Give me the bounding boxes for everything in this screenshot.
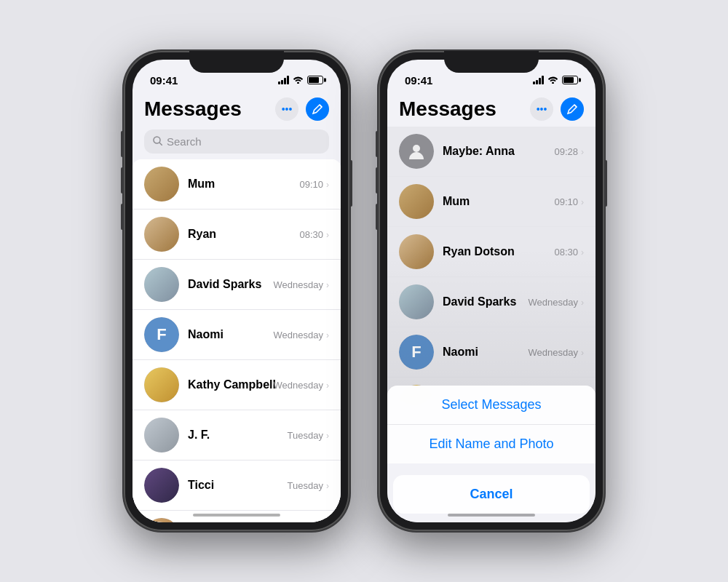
status-time-1: 09:41 [150, 74, 178, 87]
battery-icon-2 [562, 76, 578, 84]
status-time-2: 09:41 [405, 74, 432, 87]
list-item[interactable]: Kathy Campbell Wednesday › [132, 360, 341, 410]
message-meta: Wednesday › [274, 380, 329, 391]
message-time: Tuesday [288, 480, 323, 491]
list-item[interactable]: Ryan 08:30 › [132, 210, 341, 260]
svg-point-2 [413, 145, 420, 152]
status-icons-2 [533, 75, 578, 86]
search-icon-1 [153, 136, 162, 148]
avatar-mum-2 [399, 184, 434, 219]
message-time: 09:10 [554, 196, 578, 207]
phone-2: 09:41 Messages [379, 51, 604, 531]
message-meta: Wednesday › [274, 279, 329, 290]
context-overlay: Select Messages Edit Name and Photo Canc… [387, 386, 596, 522]
list-item[interactable]: Ryan Dotson 08:30 › [387, 227, 596, 277]
app-header-2: Messages ••• [387, 92, 596, 127]
message-time: 09:10 [299, 179, 323, 190]
list-item[interactable]: David Sparks Wednesday › [387, 277, 596, 327]
list-item[interactable]: F Naomi Wednesday › [132, 310, 341, 360]
cancel-button[interactable]: Cancel [393, 475, 590, 514]
context-menu: Select Messages Edit Name and Photo [387, 386, 596, 463]
avatar-jf-1 [144, 418, 179, 453]
message-meta: Wednesday › [529, 347, 584, 358]
message-meta: Tuesday › [288, 430, 329, 441]
more-button-1[interactable]: ••• [275, 97, 298, 121]
message-time: Wednesday [529, 297, 578, 308]
wifi-icon-2 [547, 75, 558, 86]
more-button-2[interactable]: ••• [530, 97, 553, 121]
message-time: 09:28 [554, 146, 578, 157]
list-item[interactable]: Maybe: Anna 09:28 › [387, 127, 596, 177]
app-content-2: Messages ••• [387, 92, 596, 522]
avatar-naomi-1: F [144, 317, 179, 352]
phone2-list-container: Maybe: Anna 09:28 › Mum [387, 127, 596, 522]
avatar-david-2 [399, 284, 434, 319]
search-bar-1[interactable]: Search [144, 129, 329, 154]
svg-point-0 [154, 137, 160, 143]
search-placeholder-1: Search [167, 135, 202, 148]
message-time: Wednesday [274, 380, 323, 391]
app-content-1: Messages ••• Search [132, 92, 341, 522]
avatar-david-1 [144, 267, 179, 302]
avatar-naomi-2: F [399, 335, 434, 370]
message-time: Wednesday [274, 330, 323, 340]
message-meta: 09:10 › [299, 179, 329, 190]
avatar-ryan-1 [144, 217, 179, 252]
chevron-icon: › [581, 247, 584, 257]
chevron-icon: › [581, 347, 584, 357]
chevron-icon: › [326, 229, 329, 239]
chevron-icon: › [326, 330, 329, 340]
message-time: 08:30 [299, 229, 323, 240]
app-header-1: Messages ••• [132, 92, 341, 127]
chevron-icon: › [326, 380, 329, 390]
header-buttons-2: ••• [530, 97, 584, 121]
message-meta: 08:30 › [299, 229, 329, 240]
svg-line-1 [159, 143, 162, 146]
avatar-dad-1 [144, 518, 179, 522]
list-item[interactable]: Mum 09:10 › [132, 159, 341, 210]
chevron-icon: › [326, 279, 329, 290]
message-meta: Tuesday › [288, 480, 329, 491]
compose-button-1[interactable] [306, 97, 329, 121]
home-indicator-1 [193, 514, 280, 517]
messages-list-1: Mum 09:10 › Ryan 08:30 › [132, 159, 341, 522]
message-meta: 08:30 › [554, 247, 584, 258]
chevron-icon: › [326, 430, 329, 440]
list-item[interactable]: David Sparks Wednesday › [132, 260, 341, 310]
avatar-ticci-1 [144, 468, 179, 503]
notch-1 [189, 51, 284, 73]
notch-2 [444, 51, 539, 73]
chevron-icon: › [581, 146, 584, 156]
avatar-anna-2 [399, 134, 434, 169]
message-time: Wednesday [274, 279, 323, 290]
screen-1: 09:41 Messages [132, 60, 341, 522]
status-icons-1 [278, 75, 323, 86]
chevron-icon: › [581, 196, 584, 207]
message-time: Tuesday [288, 430, 323, 441]
list-item[interactable]: Ticci Tuesday › [132, 461, 341, 511]
app-title-1: Messages [144, 97, 242, 121]
chevron-icon: › [326, 480, 329, 490]
screen-2: 09:41 Messages [387, 60, 596, 522]
header-buttons-1: ••• [275, 97, 329, 121]
signal-icon-2 [533, 76, 544, 84]
signal-icon-1 [278, 76, 289, 84]
message-meta: 09:10 › [554, 196, 584, 207]
avatar-mum-1 [144, 167, 179, 202]
avatar-ryan-2 [399, 234, 434, 269]
select-messages-button[interactable]: Select Messages [387, 386, 596, 425]
edit-name-photo-button[interactable]: Edit Name and Photo [387, 425, 596, 463]
chevron-icon: › [326, 179, 329, 189]
message-meta: Wednesday › [529, 297, 584, 308]
list-item[interactable]: F Naomi Wednesday › [387, 327, 596, 378]
battery-icon-1 [307, 76, 323, 84]
wifi-icon-1 [293, 75, 304, 86]
list-item[interactable]: J. F. Tuesday › [132, 410, 341, 461]
list-item[interactable]: Dad Monday › [132, 511, 341, 522]
list-item[interactable]: Mum 09:10 › [387, 177, 596, 227]
compose-button-2[interactable] [561, 97, 584, 121]
message-meta: 09:28 › [554, 146, 584, 157]
message-meta: Wednesday › [274, 330, 329, 340]
message-time: 08:30 [554, 247, 578, 258]
phone-1: 09:41 Messages [124, 51, 349, 531]
